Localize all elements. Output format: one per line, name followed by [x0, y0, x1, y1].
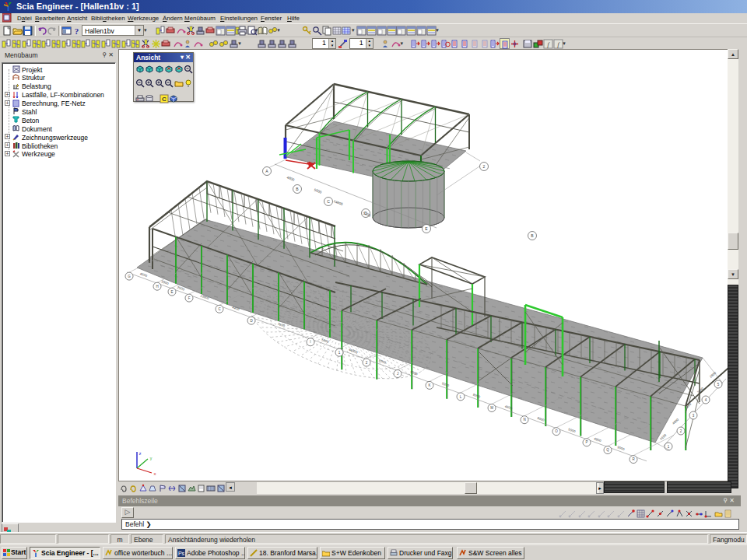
svg-text:2: 2	[483, 164, 486, 169]
svg-text:N: N	[523, 418, 525, 422]
svg-text:4800: 4800	[286, 175, 296, 181]
svg-text:C: C	[327, 199, 330, 204]
svg-text:9000: 9000	[617, 445, 626, 451]
svg-text:O: O	[555, 429, 558, 433]
svg-text:9200: 9200	[378, 359, 387, 365]
svg-text:K: K	[428, 383, 430, 387]
svg-text:I: I	[310, 340, 310, 344]
svg-text:C: C	[162, 96, 167, 103]
svg-text:5000: 5000	[321, 338, 330, 344]
svg-text:3000: 3000	[537, 416, 545, 422]
svg-text:G: G	[128, 275, 131, 278]
svg-text:14800: 14800	[333, 199, 344, 206]
svg-text:z: z	[139, 451, 142, 456]
svg-text:5100: 5100	[684, 402, 693, 410]
svg-text:y: y	[150, 456, 153, 460]
svg-text:Q: Q	[606, 448, 609, 452]
svg-text:J: J	[397, 372, 398, 376]
svg-text:4800: 4800	[594, 436, 602, 443]
svg-text:P: P	[585, 440, 587, 444]
svg-text:Ps: Ps	[178, 551, 185, 556]
svg-text:H: H	[156, 285, 158, 289]
svg-text:4500: 4500	[139, 271, 148, 278]
svg-text:F: F	[188, 296, 191, 300]
svg-text:5000: 5000	[568, 427, 577, 433]
svg-text:5000: 5000	[314, 187, 323, 194]
svg-text:8200: 8200	[472, 393, 481, 399]
svg-text:x: x	[154, 471, 156, 476]
svg-text:M: M	[490, 406, 493, 410]
svg-text:E: E	[170, 290, 173, 294]
svg-text:?: ?	[75, 26, 79, 36]
svg-text:4800: 4800	[672, 418, 680, 425]
